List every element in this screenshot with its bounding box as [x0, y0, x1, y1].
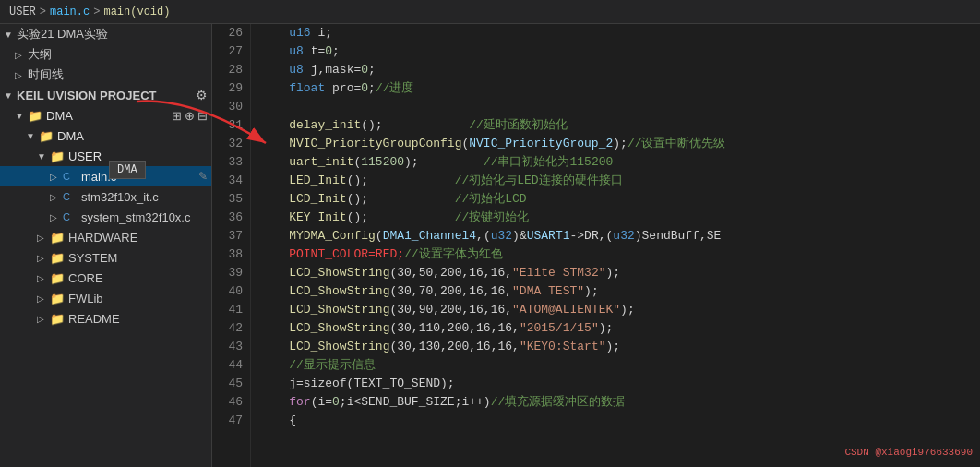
- chevron-sysmod: ▷: [37, 253, 50, 263]
- chevron-timeline: ▷: [15, 70, 28, 80]
- code-line-39: LCD_ShowString(30,50,200,16,16,"Elite ST…: [260, 264, 980, 282]
- code-line-42: LCD_ShowString(30,110,200,16,16,"2015/1/…: [260, 319, 980, 338]
- fwlib-label: FWLib: [68, 292, 103, 305]
- editor: 26 27 28 29 30 31 32 33 34 35 36 37 38 3…: [212, 24, 980, 467]
- hardware-label: HARDWARE: [68, 231, 137, 245]
- breadcrumb-user: USER: [9, 6, 36, 18]
- line-num: 27: [212, 42, 243, 61]
- sidebar-item-core[interactable]: ▷ 📁 CORE: [0, 268, 211, 288]
- chevron-system: ▷: [50, 212, 63, 222]
- code-line-28: u8 j,mask=0;: [260, 61, 980, 79]
- breadcrumb-sep1: >: [40, 6, 46, 18]
- download-icon[interactable]: ⊕: [185, 109, 195, 123]
- chevron-dma-root: ▼: [15, 111, 28, 121]
- line-num: 31: [212, 116, 243, 135]
- code-line-33: uart_init(115200); //串口初始化为115200: [260, 153, 980, 172]
- watermark: CSDN @xiaogi976633690: [844, 447, 973, 458]
- sidebar-item-stm32[interactable]: ▷ C stm32f10x_it.c: [0, 186, 211, 207]
- line-num: 29: [212, 79, 243, 98]
- dma-root-folder-icon: 📁: [28, 108, 42, 123]
- add-file-icon[interactable]: ⊞: [172, 109, 182, 123]
- sidebar-item-system[interactable]: ▷ C system_stm32f10x.c: [0, 207, 211, 227]
- sidebar-item-hardware[interactable]: ▷ 📁 HARDWARE: [0, 227, 211, 247]
- code-line-37: MYDMA_Config(DMA1_Channel4,(u32)&USART1-…: [260, 227, 980, 245]
- readme-folder-icon: 📁: [50, 311, 65, 326]
- code-line-45: j=sizeof(TEXT_TO_SEND);: [260, 375, 980, 393]
- chevron-fwlib: ▷: [37, 293, 50, 304]
- sidebar-item-outline[interactable]: ▷ 大纲: [0, 44, 211, 65]
- sidebar-item-sysmod[interactable]: ▷ 📁 SYSTEM: [0, 247, 211, 268]
- breadcrumb-file: main.c: [50, 6, 90, 18]
- sidebar-item-user[interactable]: ▼ 📁 USER: [0, 146, 211, 166]
- exp21-label: 实验21 DMA实验: [17, 26, 108, 42]
- readme-label: README: [68, 312, 120, 326]
- code-line-31: delay_init(); //延时函数初始化: [260, 116, 980, 135]
- code-line-36: KEY_Init(); //按键初始化: [260, 209, 980, 227]
- dma-sub-label: DMA: [57, 129, 84, 143]
- code-line-44: //显示提示信息: [260, 356, 980, 375]
- line-num: 41: [212, 301, 243, 319]
- timeline-label: 时间线: [28, 66, 64, 83]
- line-num: 28: [212, 61, 243, 79]
- line-num: 33: [212, 153, 243, 172]
- app-container: USER > main.c > main(void) ▼ 实验21 DMA实验 …: [0, 0, 980, 467]
- outline-label: 大纲: [28, 46, 52, 63]
- user-folder-icon: 📁: [50, 149, 65, 163]
- sidebar-item-keil[interactable]: ▼ KEIL UVISION PROJECT ⚙: [0, 85, 211, 105]
- chevron-readme: ▷: [37, 314, 50, 324]
- sidebar-item-fwlib[interactable]: ▷ 📁 FWLib: [0, 288, 211, 308]
- code-line-30: [260, 98, 980, 116]
- sidebar-item-timeline[interactable]: ▷ 时间线: [0, 65, 211, 85]
- core-label: CORE: [68, 271, 103, 285]
- line-num: 40: [212, 282, 243, 301]
- chevron-outline: ▷: [15, 50, 28, 60]
- sidebar-item-exp21[interactable]: ▼ 实验21 DMA实验: [0, 24, 211, 44]
- line-num: 35: [212, 190, 243, 209]
- line-num: 26: [212, 24, 243, 42]
- line-num: 34: [212, 172, 243, 190]
- hardware-folder-icon: 📁: [50, 230, 65, 245]
- chevron-user: ▼: [37, 151, 50, 162]
- sidebar-item-readme[interactable]: ▷ 📁 README: [0, 308, 211, 329]
- line-num: 46: [212, 393, 243, 412]
- code-line-43: LCD_ShowString(30,130,200,16,16,"KEY0:St…: [260, 338, 980, 356]
- code-line-38: POINT_COLOR=RED;//设置字体为红色: [260, 245, 980, 264]
- sidebar-item-mainc[interactable]: ▷ C main.c ✎: [0, 166, 211, 186]
- stm32-file-icon: C: [63, 189, 78, 204]
- dma-toolbar: ⊞ ⊕ ⊟: [172, 109, 208, 123]
- settings-icon2[interactable]: ⊟: [197, 109, 208, 123]
- chevron-hardware: ▷: [37, 233, 50, 243]
- code-line-46: for(i=0;i<SEND_BUF_SIZE;i++)//填充源据缓冲区的数据: [260, 393, 980, 412]
- sidebar-item-dma-sub[interactable]: ▼ 📁 DMA: [0, 126, 211, 146]
- line-num: 44: [212, 356, 243, 375]
- system-label: system_stm32f10x.c: [81, 210, 191, 224]
- editor-content: 26 27 28 29 30 31 32 33 34 35 36 37 38 3…: [212, 24, 980, 467]
- dma-tooltip: DMA: [109, 161, 146, 179]
- code-line-29: float pro=0;//进度: [260, 79, 980, 98]
- dma-sub-folder-icon: 📁: [39, 128, 54, 143]
- user-label: USER: [68, 150, 102, 163]
- sysmod-label: SYSTEM: [68, 251, 117, 265]
- code-area: u16 i; u8 t=0; u8 j,mask=0; float pro=0;…: [251, 24, 980, 467]
- chevron-exp21: ▼: [4, 30, 17, 40]
- sidebar-item-dma-root[interactable]: ▼ 📁 DMA ⊞ ⊕ ⊟: [0, 105, 211, 126]
- line-num: 36: [212, 209, 243, 227]
- dma-root-label: DMA: [46, 109, 73, 123]
- code-line-27: u8 t=0;: [260, 42, 980, 61]
- sysmod-folder-icon: 📁: [50, 250, 65, 265]
- chevron-stm32: ▷: [50, 192, 63, 202]
- line-num: 47: [212, 412, 243, 430]
- line-num: 30: [212, 98, 243, 116]
- line-num: 32: [212, 135, 243, 153]
- gear-icon[interactable]: ⚙: [196, 88, 208, 102]
- code-line-35: LCD_Init(); //初始化LCD: [260, 190, 980, 209]
- core-folder-icon: 📁: [50, 270, 65, 285]
- keil-label: KEIL UVISION PROJECT: [17, 89, 156, 102]
- code-line-26: u16 i;: [260, 24, 980, 42]
- breadcrumb-bar: USER > main.c > main(void): [0, 0, 980, 24]
- stm32-label: stm32f10x_it.c: [81, 190, 159, 204]
- mainc-file-icon: C: [63, 169, 78, 184]
- line-num: 39: [212, 264, 243, 282]
- code-line-34: LED_Init(); //初始化与LED连接的硬件接口: [260, 172, 980, 190]
- edit-icon: ✎: [198, 170, 208, 183]
